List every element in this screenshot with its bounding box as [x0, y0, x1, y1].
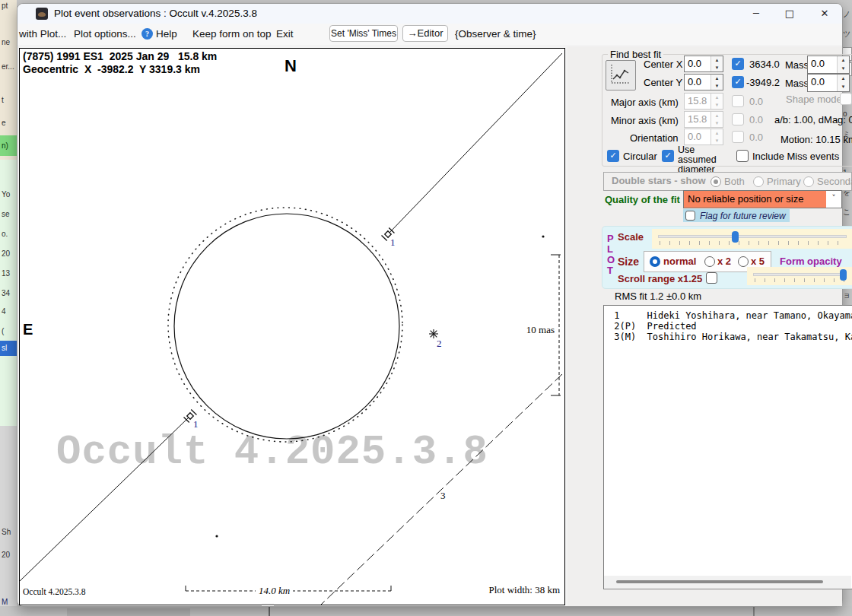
orientation-alt-checkbox — [732, 131, 744, 143]
mass-y-down[interactable]: ▼ — [838, 83, 849, 91]
editor-button[interactable]: →Editor — [402, 25, 448, 42]
orientation-value: 0.0 — [685, 129, 711, 144]
circular-checkbox[interactable]: ✓ — [607, 150, 619, 162]
taskbar-block — [67, 608, 190, 616]
center-y-label: Center Y — [644, 77, 682, 88]
double-primary-radio — [753, 176, 764, 187]
menu-with-plot[interactable]: with Plot... — [19, 24, 66, 45]
center-x-value[interactable]: 0.0 — [685, 56, 711, 71]
maximize-button[interactable]: □ — [778, 5, 801, 23]
observer-row-1[interactable]: 1 Hideki Yoshihara, near Tamano, Okayama — [609, 310, 852, 321]
best-fit-graph-button[interactable] — [606, 60, 636, 90]
mass-y-spinner[interactable]: 0.0 ▲▼ — [807, 74, 850, 92]
size-x2-label: x 2 — [717, 256, 731, 267]
plot-area[interactable]: Occult 4.2025.3.8 — [19, 48, 565, 605]
orientation-label: Orientation — [630, 132, 679, 144]
chord3-label: 3 — [440, 490, 446, 502]
title-bar[interactable]: Plot event observations : Occult v.4.202… — [17, 4, 842, 24]
motion-label: Motion: 10.15 km/s — [780, 134, 852, 145]
set-miss-times-button[interactable]: Set 'Miss' Times — [329, 25, 398, 42]
fitted-circle — [174, 214, 399, 439]
size-label: Size — [618, 256, 639, 268]
scale-label: Scale — [618, 231, 644, 243]
mass-x-down[interactable]: ▼ — [838, 65, 849, 73]
y-assumed-value: -3949.2 — [746, 77, 780, 88]
double-stars-label: Double stars - show — [612, 175, 706, 186]
observer-row-3[interactable]: 3(M) Toshihiro Horikawa, near Takamatsu,… — [609, 332, 852, 342]
use-assumed-label: Use assumed diameter — [678, 145, 733, 175]
dotted-circle — [168, 208, 402, 442]
center-y-spinner[interactable]: 0.0 ▲▼ — [684, 74, 723, 90]
mass-x-value[interactable]: 0.0 — [808, 56, 837, 73]
size-normal-radio[interactable] — [650, 256, 660, 267]
size-x2-radio[interactable] — [704, 256, 715, 267]
quality-label: Quality of the fit — [605, 194, 680, 205]
event-title-line1: (7875) 1991 ES1 2025 Jan 29 15.8 km — [23, 50, 217, 62]
center-y-value[interactable]: 0.0 — [685, 75, 711, 90]
size-x5-radio[interactable] — [738, 256, 749, 267]
mass-y-value[interactable]: 0.0 — [808, 75, 837, 91]
plot-letter-t: T — [607, 265, 613, 276]
minimize-button[interactable]: ─ — [745, 5, 768, 23]
graph-icon — [606, 61, 634, 88]
x-assumed-value: 3634.0 — [749, 59, 780, 70]
km-scale-label: 14.0 km — [256, 585, 293, 597]
mass-x-spinner[interactable]: 0.0 ▲▼ — [807, 56, 850, 74]
major-alt-value: 0.0 — [749, 96, 763, 107]
chevron-down-icon[interactable]: ˅ — [826, 191, 841, 208]
east-label: E — [23, 321, 33, 338]
scale-slider-track[interactable] — [658, 235, 847, 238]
chord1-upper — [388, 53, 562, 234]
center-y-up[interactable]: ▲ — [711, 75, 723, 82]
plot-width-label: Plot width: 38 km — [488, 584, 560, 596]
opacity-slider-track[interactable] — [753, 273, 847, 276]
flag-review-checkbox[interactable] — [685, 211, 695, 221]
size-normal-label: normal — [663, 256, 696, 267]
mass-x-up[interactable]: ▲ — [838, 56, 849, 65]
flag-review-strip: Flag for future review — [683, 209, 790, 222]
include-miss-checkbox[interactable] — [736, 150, 749, 162]
close-button[interactable]: ✕ — [813, 5, 836, 23]
x-assumed-checkbox[interactable]: ✓ — [732, 58, 744, 70]
dot-lower-left — [215, 535, 218, 537]
control-panel: Find best fit Center X 0.0 ▲▼ ✓ 3634.0 M… — [567, 46, 842, 606]
mass-y-up[interactable]: ▲ — [838, 75, 849, 83]
scale-slider[interactable] — [652, 229, 852, 249]
y-assumed-checkbox[interactable]: ✓ — [732, 76, 744, 88]
star2-label: 2 — [437, 338, 442, 350]
plot-version-label: Occult 4.2025.3.8 — [23, 587, 85, 596]
observer-list-hscroll-thumb[interactable] — [616, 580, 823, 583]
major-axis-value: 15.8 — [685, 94, 711, 109]
opacity-slider-thumb[interactable] — [840, 269, 847, 281]
menu-bar: with Plot... Plot options... ? Help Keep… — [17, 24, 842, 45]
menu-keep-on-top[interactable]: Keep form on top — [192, 24, 272, 45]
menu-help[interactable]: Help — [156, 24, 177, 45]
double-secondary-radio — [803, 176, 814, 187]
observer-row-2[interactable]: 2(P) Predicted — [609, 321, 697, 332]
event-title-line2: Geocentric X -3982.2 Y 3319.3 km — [23, 63, 200, 75]
center-y-down[interactable]: ▼ — [711, 82, 723, 90]
scale-slider-thumb[interactable] — [732, 231, 739, 243]
plot-canvas[interactable] — [20, 49, 564, 605]
opacity-slider[interactable] — [747, 267, 852, 285]
scroll-range-checkbox[interactable] — [706, 272, 717, 284]
menu-plot-options[interactable]: Plot options... — [74, 24, 136, 45]
center-x-up[interactable]: ▲ — [711, 56, 723, 64]
north-label: N — [285, 56, 297, 76]
orientation-spinner: 0.0 ▲▼ — [684, 129, 723, 145]
shape-model-label: Shape model — [786, 94, 844, 105]
quality-combobox[interactable]: No reliable position or size ˅ — [683, 190, 842, 208]
major-axis-spinner: 15.8 ▲▼ — [684, 93, 723, 110]
rms-fit-label: RMS fit 1.2 ±0.0 km — [615, 291, 701, 302]
mas-scale-label: 10 mas — [513, 324, 555, 336]
use-assumed-checkbox[interactable]: ✓ — [662, 150, 674, 162]
major-axis-label: Major axis (km) — [611, 97, 679, 108]
circular-label: Circular — [623, 151, 657, 162]
minor-alt-value: 0.0 — [749, 114, 763, 125]
observer-list[interactable]: 1 Hideki Yoshihara, near Tamano, Okayama… — [603, 305, 852, 589]
center-x-down[interactable]: ▼ — [711, 64, 723, 71]
plot-controls-panel: P L O T Scale Size normal x 2 x 5 — [602, 226, 852, 289]
center-x-spinner[interactable]: 0.0 ▲▼ — [684, 56, 723, 72]
menu-exit[interactable]: Exit — [276, 24, 294, 45]
observer-list-hscrollbar[interactable] — [604, 576, 851, 588]
